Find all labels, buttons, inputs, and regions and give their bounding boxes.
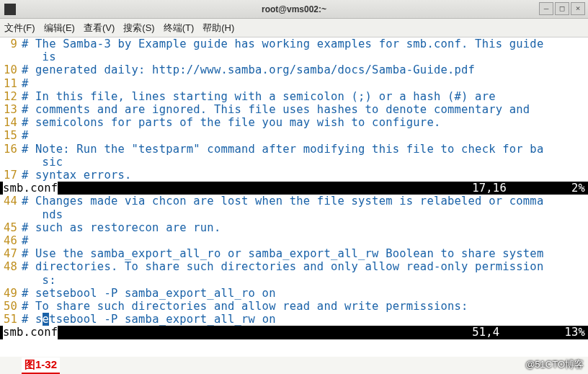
line-number: 15 [0,129,22,142]
line-number [0,208,22,221]
figure-footer: 图1-32 [0,357,588,374]
file-percent: 13% [564,326,585,339]
cursor-position: 17,16 [472,182,571,195]
titlebar: root@vms002:~ – □ × [0,0,588,19]
code-text: # [22,77,29,90]
code-text: # setsebool -P samba_export_all_rw on [22,313,276,326]
close-button[interactable]: × [571,2,585,15]
editor-area[interactable]: 9# The Samba-3 by Example guide has work… [0,37,588,357]
line-number: 49 [0,287,22,300]
figure-label: 图1-32 [22,357,60,374]
code-text: # comments and are ignored. This file us… [22,103,530,116]
line-number: 44 [0,195,22,208]
watermark: @51CTO博客 [525,358,584,371]
line-number: 47 [0,247,22,260]
code-text: # generated daily: http://www.samba.org/… [22,63,475,76]
code-text: # Note: Run the "testparm" command after… [22,143,543,156]
code-text: # [22,129,29,142]
code-text: # The Samba-3 by Example guide has worki… [22,37,543,50]
cursor-position: 51,4 [472,326,564,339]
code-text: sic [22,156,63,169]
line-number: 46 [0,234,22,247]
pane1-statusbar: smb.conf 17,16 2% [0,182,588,195]
code-text: # In this file, lines starting with a se… [22,90,496,103]
line-number: 48 [0,260,22,273]
code-text: # To share such directories and allow re… [22,300,468,313]
menu-file[interactable]: 文件(F) [4,22,35,35]
window-title: root@vms002:~ [262,4,326,14]
maximize-button[interactable]: □ [555,2,569,15]
line-number: 12 [0,90,22,103]
line-number [0,50,22,63]
code-text: # [22,234,29,247]
code-text: # directories. To share such directories… [22,260,543,273]
file-percent: 2% [571,182,585,195]
pane2-statusbar: smb.conf 51,4 13% [0,326,588,339]
code-text: s: [22,274,56,287]
line-number [0,156,22,169]
menu-help[interactable]: 帮助(H) [202,22,234,35]
line-number: 50 [0,300,22,313]
code-text: is [22,50,56,63]
code-text: # Changes made via chcon are lost when t… [22,195,543,208]
line-number: 17 [0,169,22,182]
app-icon [4,4,16,15]
code-text: # such as restorecon are run. [22,221,220,234]
code-text: # Use the samba_export_all_ro or samba_e… [22,247,543,260]
window-controls: – □ × [539,2,585,15]
line-number: 10 [0,63,22,76]
line-number: 16 [0,143,22,156]
code-text: # setsebool -P samba_export_all_ro on [22,287,276,300]
menu-terminal[interactable]: 终端(T) [164,22,195,35]
line-number: 9 [0,37,22,50]
line-number: 45 [0,221,22,234]
menu-edit[interactable]: 编辑(E) [44,22,75,35]
code-text: # semicolons for parts of the file you m… [22,116,440,129]
code-text: nds [22,208,63,221]
line-number: 51 [0,313,22,326]
line-number: 11 [0,77,22,90]
code-text: # syntax errors. [22,169,132,182]
line-number [0,274,22,287]
buffer-name: smb.conf [3,182,58,195]
menu-view[interactable]: 查看(V) [84,22,115,35]
line-number: 14 [0,116,22,129]
menu-search[interactable]: 搜索(S) [123,22,154,35]
buffer-name: smb.conf [3,326,58,339]
minimize-button[interactable]: – [539,2,553,15]
cursor: e [43,313,50,326]
line-number: 13 [0,103,22,116]
menubar: 文件(F) 编辑(E) 查看(V) 搜索(S) 终端(T) 帮助(H) [0,19,588,37]
